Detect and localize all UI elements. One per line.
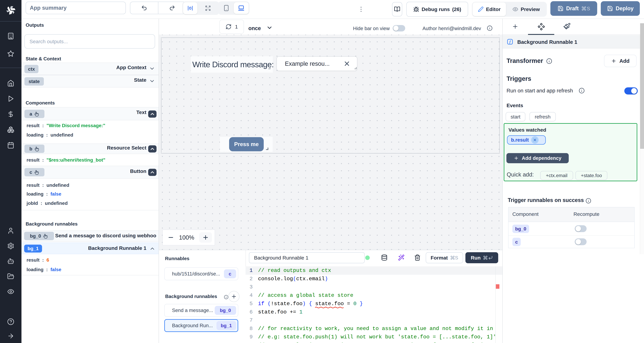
svg-text:f: f <box>510 40 511 44</box>
